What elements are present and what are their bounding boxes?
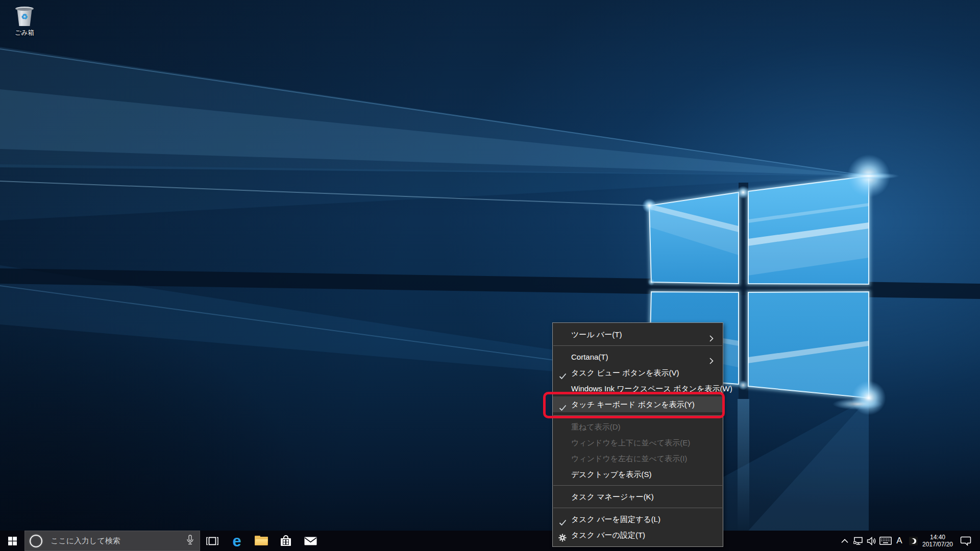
recycle-bin-icon: ♻ [15, 4, 34, 28]
clock-time: 14:40 [921, 534, 954, 541]
tray-clock[interactable]: 14:40 2017/07/20 [921, 531, 954, 551]
menu-item-label: タスク マネージャー(K) [571, 492, 654, 501]
menu-item-label: デスクトップを表示(S) [571, 470, 651, 479]
system-tray: A 14:40 2017/07/20 [838, 531, 980, 551]
ime-a-indicator: A [896, 536, 902, 546]
menu-item-label: ウィンドウを左右に並べて表示(I) [571, 454, 687, 463]
windows-hero-logo-art [0, 0, 980, 551]
mail-button[interactable] [298, 531, 323, 551]
store-icon [280, 535, 291, 546]
menu-item-label: ウィンドウを上下に並べて表示(E) [571, 438, 690, 447]
menu-item-show-touch-keyboard-button[interactable]: タッチ キーボード ボタンを表示(Y) [553, 396, 723, 412]
menu-item-label: タスク ビュー ボタンを表示(V) [571, 368, 679, 377]
cortana-icon [30, 535, 42, 547]
action-center-button[interactable] [954, 531, 977, 551]
menu-item-label: ツール バー(T) [571, 330, 622, 339]
menu-separator [553, 508, 722, 508]
file-explorer-button[interactable] [249, 531, 274, 551]
desktop-icon-recycle-bin[interactable]: ♻ ごみ箱 [7, 4, 42, 37]
tray-network-button[interactable] [851, 531, 865, 551]
task-view-icon [206, 537, 218, 545]
menu-item-cascade-windows: 重ねて表示(D) [553, 419, 723, 435]
menu-item-label: タスク バーを固定する(L) [571, 515, 660, 523]
menu-separator [553, 485, 722, 486]
chevron-up-icon [841, 539, 848, 543]
edge-browser-button[interactable]: e [225, 531, 249, 551]
start-button[interactable] [0, 531, 24, 551]
action-center-icon [960, 536, 971, 546]
menu-separator [553, 415, 722, 416]
taskbar-search-input[interactable]: ここに入力して検索 [24, 531, 200, 551]
menu-item-show-windows-ink-workspace-button[interactable]: Windows Ink ワークスペース ボタンを表示(W) [553, 381, 723, 396]
menu-item-show-windows-side-by-side: ウィンドウを左右に並べて表示(I) [553, 450, 723, 466]
submenu-arrow-icon [709, 331, 714, 347]
menu-item-label: タッチ キーボード ボタンを表示(Y) [571, 400, 695, 409]
touch-keyboard-icon [879, 537, 892, 545]
menu-item-lock-taskbar[interactable]: タスク バーを固定する(L) [553, 511, 723, 527]
menu-item-task-manager[interactable]: タスク マネージャー(K) [553, 489, 723, 505]
tray-volume-button[interactable] [865, 531, 878, 551]
menu-item-taskbar-settings[interactable]: タスク バーの設定(T) [553, 527, 723, 543]
gear-icon [558, 531, 567, 547]
tray-ime-mode-button[interactable] [905, 531, 921, 551]
search-placeholder-text: ここに入力して検索 [51, 536, 186, 546]
menu-item-label: 重ねて表示(D) [571, 422, 621, 431]
taskbar: ここに入力して検索 e [0, 531, 980, 551]
tray-ime-language-button[interactable]: A [893, 531, 905, 551]
volume-icon [867, 537, 876, 545]
menu-item-label: タスク バーの設定(T) [571, 531, 645, 539]
menu-item-cortana[interactable]: Cortana(T) [553, 349, 723, 365]
menu-item-label: Cortana(T) [571, 353, 608, 361]
mail-icon [304, 537, 317, 545]
edge-icon: e [232, 533, 241, 549]
checkmark-icon [559, 400, 567, 416]
ime-mode-icon [909, 537, 918, 545]
store-button[interactable] [274, 531, 298, 551]
menu-item-show-desktop[interactable]: デスクトップを表示(S) [553, 466, 723, 482]
recycle-bin-label: ごみ箱 [7, 29, 42, 37]
tray-touch-keyboard-button[interactable] [878, 531, 893, 551]
clock-date: 2017/07/20 [921, 541, 954, 548]
menu-item-show-task-view-button[interactable]: タスク ビュー ボタンを表示(V) [553, 365, 723, 381]
file-explorer-icon [255, 536, 268, 546]
microphone-icon[interactable] [186, 535, 194, 547]
taskbar-context-menu: ツール バー(T) Cortana(T) タスク ビュー ボタンを表示(V) W… [552, 322, 723, 547]
task-view-button[interactable] [200, 531, 225, 551]
menu-item-toolbars[interactable]: ツール バー(T) [553, 327, 723, 342]
screen: ♻ ごみ箱 ツール バー(T) Cortana(T) タスク ビュー ボタンを表… [0, 0, 980, 551]
menu-separator [553, 345, 722, 346]
network-icon [853, 537, 863, 545]
recycle-symbol-icon: ♻ [15, 13, 34, 20]
windows-logo-icon [8, 537, 17, 545]
menu-item-label: Windows Ink ワークスペース ボタンを表示(W) [571, 384, 732, 393]
recycle-bin-opening [17, 8, 32, 10]
tray-chevron-up-button[interactable] [838, 531, 851, 551]
menu-item-show-windows-stacked: ウィンドウを上下に並べて表示(E) [553, 435, 723, 450]
desktop-wallpaper [0, 0, 980, 551]
